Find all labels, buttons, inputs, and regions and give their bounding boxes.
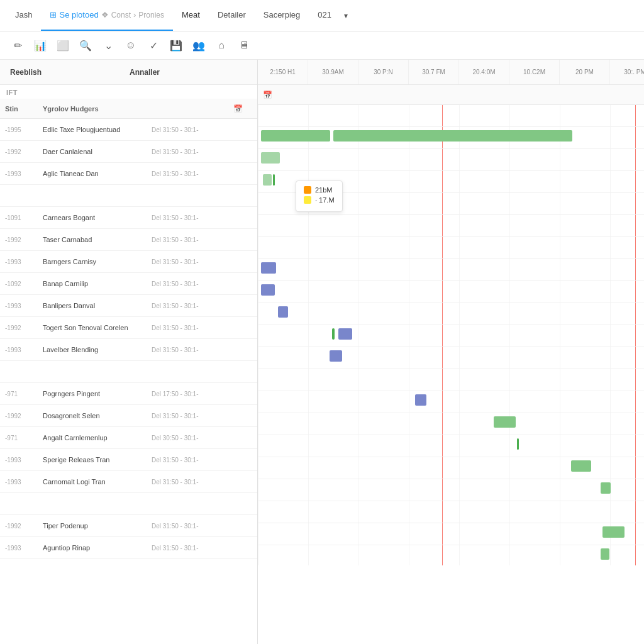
row-name: Taser Carnabad	[43, 236, 152, 243]
row-date: Del 31:50 - 30:1-	[152, 236, 233, 243]
section-ift: IFT	[0, 85, 257, 99]
row-stin: -971	[5, 391, 43, 397]
row-name: Lavelber Blending	[43, 346, 152, 353]
monitor-icon: 🖥	[239, 40, 249, 51]
timeline-cell: 2:150 H1	[258, 60, 308, 84]
smiley-icon: ☺	[126, 40, 136, 51]
tab-label-meat: Meat	[182, 10, 200, 19]
row-date: Del 31:50 - 30:1-	[152, 280, 233, 287]
annaller-label: Annaller	[130, 68, 160, 77]
tab-jash[interactable]: Jash	[6, 0, 41, 31]
gantt-inner: 2:150 H130.9AM30 P:N30.7 FM20.4:0M10.C2M…	[258, 60, 644, 644]
row-date: Del 31:50 - 30:1-	[152, 347, 233, 353]
people-button[interactable]: 👥	[187, 34, 210, 57]
tab-detailer[interactable]: Detailer	[209, 0, 255, 31]
table-row[interactable]: -1995 Edlic Taxe Plougjuentuad Del 31:50…	[0, 119, 257, 141]
table-row[interactable]: -1091 Carnears Bogant Del 31:50 - 30:1-	[0, 207, 257, 229]
table-row[interactable]: -1992 Daer Canlalenal Del 31:50 - 30:1-	[0, 141, 257, 163]
reeblish-label: Reeblish	[10, 68, 42, 77]
table-row[interactable]: -1992 Dosagronelt Selen Del 31:50 - 30:1…	[0, 405, 257, 427]
row-stin: -1992	[5, 523, 43, 530]
bar-chart-button[interactable]: 📊	[29, 34, 52, 57]
home-button[interactable]: ⌂	[210, 34, 233, 57]
col-header-annaller: Annaller	[125, 68, 206, 77]
tab-021[interactable]: 021	[309, 0, 340, 31]
gantt-row	[258, 281, 644, 303]
table-row[interactable]: -1992 Taser Carnabad Del 31:50 - 30:1-	[0, 229, 257, 251]
row-stin: -1992	[5, 413, 43, 419]
row-name: Pogrngers Pingent	[43, 390, 152, 397]
legend-color-orange	[304, 186, 311, 194]
timeline-cell: 10.C2M	[509, 60, 560, 84]
timeline-cell: 30.9AM	[308, 60, 358, 84]
gantt-rows: 21bM · 17.M	[258, 105, 644, 545]
bar-chart-icon: 📊	[34, 40, 47, 52]
row-stin: -1993	[5, 170, 43, 177]
table-row[interactable]: -1993 Banlipers Danval Del 31:50 - 30:1-	[0, 295, 257, 317]
table-row[interactable]: -1992 Tiper Podenup Del 31:50 - 30:1-	[0, 515, 257, 537]
tab-label-jash: Jash	[15, 10, 32, 19]
briefcase-icon: ⬜	[57, 40, 69, 52]
row-stin: -1992	[5, 325, 43, 331]
row-stin: -971	[5, 435, 43, 441]
tab-label-021: 021	[318, 10, 331, 19]
table-row[interactable]	[0, 361, 257, 383]
monitor-button[interactable]: 🖥	[233, 34, 255, 57]
table-row[interactable]: -971 Angalt Carnlemenlup Del 30:50 - 30:…	[0, 427, 257, 449]
row-name: Banap Carnilip	[43, 280, 152, 287]
breadcrumb-const: Const	[111, 11, 131, 19]
briefcase-button[interactable]: ⬜	[52, 34, 74, 57]
row-date: Del 31:50 - 30:1-	[152, 413, 233, 419]
gantt-row	[258, 215, 644, 237]
sub-header-row: Stin Ygrolov Hudgers 📅	[0, 99, 257, 119]
table-row[interactable]	[0, 185, 257, 207]
save-button[interactable]: 💾	[165, 34, 187, 57]
table-row[interactable]: -1092 Banap Carnilip Del 31:50 - 30:1-	[0, 273, 257, 295]
table-row[interactable]: -1993 Aguntiop Rinap Del 31:50 - 30:1-	[0, 537, 257, 559]
legend-label-17m: · 17.M	[315, 196, 335, 204]
top-nav: Jash ⊞ Se plotoed ❖ Const › Pronies Meat…	[0, 0, 644, 31]
gantt-row	[258, 391, 644, 413]
gantt-bar	[601, 548, 609, 560]
row-name: Carnears Bogant	[43, 214, 152, 221]
table-row[interactable]: -1993 Carnomalt Logi Tran Del 31:50 - 30…	[0, 471, 257, 493]
row-stin: -1993	[5, 303, 43, 309]
col-header-reeblish: Reeblish	[5, 68, 125, 77]
tab-se-plotoed[interactable]: ⊞ Se plotoed ❖ Const › Pronies	[41, 0, 173, 31]
tab-sacerpieg[interactable]: Sacerpieg	[255, 0, 309, 31]
ygrolov-label: Ygrolov Hudgers	[43, 105, 99, 113]
search-button[interactable]: 🔍	[74, 34, 97, 57]
row-name: Tiper Podenup	[43, 522, 152, 530]
left-header: Reeblish Annaller	[0, 60, 257, 85]
gantt-row	[258, 127, 644, 149]
row-name: Barngers Carnisy	[43, 258, 152, 265]
row-date: Del 31:50 - 30:1-	[152, 479, 233, 486]
check-circle-button[interactable]: ✓	[142, 34, 165, 57]
main-content: Reeblish Annaller IFT Stin Ygrolov Hudge…	[0, 60, 644, 644]
table-row[interactable]: -1993 Aglic Tianeac Dan Del 31:50 - 30:1…	[0, 163, 257, 185]
pencil-button[interactable]: ✏	[6, 34, 29, 57]
timeline-cell: 20 PM	[560, 60, 610, 84]
chevron-down-button[interactable]: ⌄	[97, 34, 119, 57]
gantt-area[interactable]: 2:150 H130.9AM30 P:N30.7 FM20.4:0M10.C2M…	[258, 60, 644, 644]
table-nav-icon: ⊞	[50, 10, 57, 19]
table-row[interactable]: -971 Pogrngers Pingent Del 17:50 - 30:1-	[0, 383, 257, 405]
row-date: Del 31:50 - 30:1-	[152, 303, 233, 309]
ift-label: IFT	[6, 89, 18, 96]
breadcrumb-sep: ❖	[101, 10, 109, 19]
row-date: Del 31:50 - 30:1-	[152, 170, 233, 177]
table-row[interactable]	[0, 493, 257, 515]
left-rows-scroll[interactable]: -1995 Edlic Taxe Plougjuentuad Del 31:50…	[0, 119, 257, 644]
gantt-row	[258, 303, 644, 325]
row-date: Del 17:50 - 30:1-	[152, 391, 233, 397]
row-stin: -1993	[5, 545, 43, 552]
smiley-button[interactable]: ☺	[119, 34, 142, 57]
table-row[interactable]: -1993 Lavelber Blending Del 31:50 - 30:1…	[0, 339, 257, 361]
tab-meat[interactable]: Meat	[173, 0, 209, 31]
table-row[interactable]: -1993 Sperige Releaes Tran Del 31:50 - 3…	[0, 449, 257, 471]
table-row[interactable]: -1993 Barngers Carnisy Del 31:50 - 30:1-	[0, 251, 257, 273]
table-row[interactable]: -1992 Togert Son Tenoval Corelen Del 31:…	[0, 317, 257, 339]
nav-dropdown-button[interactable]: ▾	[340, 11, 352, 20]
row-name: Togert Son Tenoval Corelen	[43, 324, 152, 331]
row-stin: -1993	[5, 457, 43, 464]
